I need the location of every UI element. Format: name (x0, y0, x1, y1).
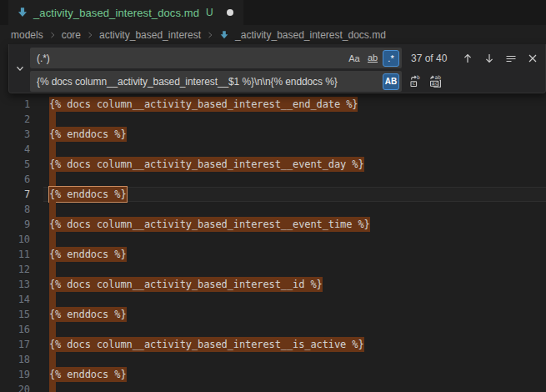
match-case-toggle[interactable]: Aa (346, 50, 363, 67)
tab-bar: _activity_based_interest_docs.md U (0, 0, 546, 25)
empty-line-find-match (49, 292, 56, 307)
code-line[interactable]: 8 (0, 202, 546, 217)
previous-match-button[interactable] (459, 50, 475, 66)
breadcrumb-file[interactable]: _activity_based_interest_docs.md (233, 29, 388, 41)
line-number: 7 (0, 187, 30, 202)
find-match-highlight: {% enddocs %} (49, 127, 127, 142)
code-line[interactable]: 14 (0, 292, 546, 307)
replace-button[interactable]: b c (408, 73, 423, 89)
line-number: 3 (0, 127, 30, 142)
next-match-button[interactable] (481, 50, 497, 66)
match-count: 37 of 40 (411, 53, 447, 64)
line-content: {% docs column__activity_based_interest_… (49, 97, 358, 112)
code-line[interactable]: 16 (0, 322, 546, 337)
code-line[interactable]: 4 (0, 142, 546, 157)
find-match-highlight: {% docs column__activity_based_interest_… (49, 217, 370, 232)
line-number: 14 (0, 292, 30, 307)
toggle-replace-chevron-icon[interactable] (12, 44, 28, 93)
code-line[interactable]: 13{% docs column__activity_based_interes… (0, 277, 546, 292)
breadcrumb-activity-based-interest[interactable]: activity_based_interest (98, 29, 203, 41)
git-untracked-badge: U (206, 7, 213, 18)
line-number: 9 (0, 217, 30, 232)
unsaved-changes-dot[interactable] (227, 9, 233, 16)
svg-text:b: b (417, 74, 420, 81)
line-number: 5 (0, 157, 30, 172)
line-number: 20 (0, 382, 30, 392)
line-number: 12 (0, 262, 30, 277)
whole-word-toggle[interactable]: ab (364, 50, 381, 67)
code-line[interactable]: 5{% docs column__activity_based_interest… (0, 157, 546, 172)
chevron-right-icon (205, 30, 215, 40)
empty-line-find-match (49, 232, 56, 247)
line-number: 16 (0, 322, 30, 337)
code-line[interactable]: 12 (0, 262, 546, 277)
markdown-file-icon (17, 7, 28, 18)
code-line[interactable]: 17{% docs column__activity_based_interes… (0, 337, 546, 352)
line-number: 18 (0, 352, 30, 367)
editor[interactable]: 1{% docs column__activity_based_interest… (0, 44, 546, 392)
replace-input[interactable] (37, 76, 381, 88)
code-line[interactable]: 1{% docs column__activity_based_interest… (0, 97, 546, 112)
find-match-highlight: {% enddocs %} (49, 247, 127, 262)
line-number: 1 (0, 97, 30, 112)
empty-line-find-match (49, 142, 56, 157)
line-number: 10 (0, 232, 30, 247)
code-line[interactable]: 18 (0, 352, 546, 367)
line-content (49, 382, 56, 392)
find-match-highlight: {% enddocs %} (49, 367, 127, 382)
line-number: 4 (0, 142, 30, 157)
find-match-highlight: {% enddocs %} (49, 307, 127, 322)
breadcrumb-core[interactable]: core (60, 29, 83, 41)
svg-text:c: c (413, 80, 416, 87)
line-content: {% enddocs %} (49, 247, 127, 262)
find-replace-widget: Aa ab .* 37 of 40 (8, 44, 546, 93)
line-number: 19 (0, 367, 30, 382)
line-content: {% enddocs %} (49, 187, 127, 202)
empty-line-find-match (49, 262, 56, 277)
empty-line-find-match (49, 382, 56, 392)
line-content: {% docs column__activity_based_interest_… (49, 337, 364, 352)
code-line[interactable]: 19{% enddocs %} (0, 367, 546, 382)
regex-toggle[interactable]: .* (383, 50, 399, 67)
code-lines: 1{% docs column__activity_based_interest… (0, 44, 546, 392)
find-match-highlight: {% docs column__activity_based_interest_… (49, 277, 323, 292)
tab-activity-based-interest-docs[interactable]: _activity_based_interest_docs.md U (8, 0, 243, 25)
line-content: {% docs column__activity_based_interest_… (49, 217, 370, 232)
tab-filename: _activity_based_interest_docs.md (33, 7, 199, 19)
find-input[interactable] (37, 53, 344, 64)
code-line[interactable]: 9{% docs column__activity_based_interest… (0, 217, 546, 232)
chevron-right-icon (48, 30, 58, 40)
find-input-box: Aa ab .* (30, 48, 402, 68)
empty-line-find-match (49, 172, 56, 187)
find-match-highlight: {% docs column__activity_based_interest_… (49, 97, 358, 112)
code-line[interactable]: 11{% enddocs %} (0, 247, 546, 262)
line-number: 15 (0, 307, 30, 322)
code-line[interactable]: 6 (0, 172, 546, 187)
current-find-match: {% enddocs %} (49, 187, 127, 202)
line-number: 13 (0, 277, 30, 292)
code-line[interactable]: 15{% enddocs %} (0, 307, 546, 322)
close-find-widget-button[interactable] (524, 50, 540, 66)
markdown-file-icon (219, 30, 229, 40)
preserve-case-toggle[interactable]: AB (383, 73, 399, 90)
code-line[interactable]: 7{% enddocs %} (0, 187, 546, 202)
line-content: {% docs column__activity_based_interest_… (49, 157, 364, 172)
find-match-highlight: {% docs column__activity_based_interest_… (49, 157, 364, 172)
empty-line-find-match (49, 202, 56, 217)
empty-line-find-match (49, 322, 56, 337)
find-in-selection-button[interactable] (503, 50, 518, 66)
empty-line-find-match (49, 112, 56, 127)
breadcrumb-models[interactable]: models (9, 29, 45, 41)
code-line[interactable]: 10 (0, 232, 546, 247)
svg-text:ac: ac (432, 80, 438, 87)
breadcrumb: models core activity_based_interest _act… (0, 25, 546, 44)
chevron-right-icon (85, 30, 95, 40)
code-line[interactable]: 3{% enddocs %} (0, 127, 546, 142)
replace-all-button[interactable]: ab ac (428, 73, 443, 89)
line-content: {% enddocs %} (49, 307, 127, 322)
vscode-window: _activity_based_interest_docs.md U model… (0, 0, 546, 392)
code-line[interactable]: 2 (0, 112, 546, 127)
code-line[interactable]: 20 (0, 382, 546, 392)
line-number: 8 (0, 202, 30, 217)
replace-input-box: AB (30, 71, 402, 92)
